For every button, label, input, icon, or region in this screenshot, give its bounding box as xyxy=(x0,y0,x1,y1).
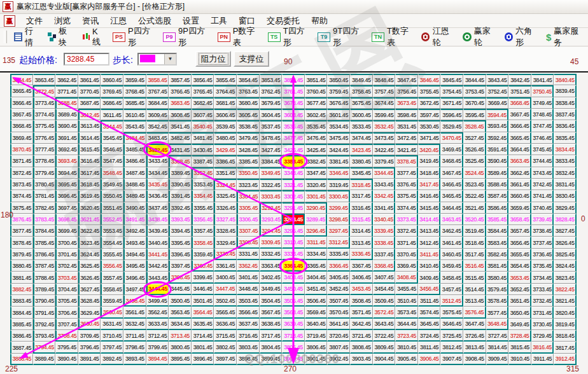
price-cell: 3345.45 xyxy=(350,167,373,179)
price-cell: 3373.45 xyxy=(395,214,418,225)
price-cell: 3319.45 xyxy=(327,179,350,190)
price-cell: 3766.45 xyxy=(169,85,192,97)
price-cell: 3382.45 xyxy=(305,155,328,167)
toolbar-button-3[interactable]: PSP四方形 xyxy=(109,24,159,50)
step-color-select[interactable]: ▼ xyxy=(137,53,177,66)
price-cell: 3492.45 xyxy=(123,225,146,237)
price-cell: 3831.45 xyxy=(554,179,577,190)
toolbar-button-10[interactable]: 赢家轮 xyxy=(459,24,500,50)
price-cell: 3409.45 xyxy=(418,272,441,283)
price-cell: 3880.45 xyxy=(10,260,33,272)
price-cell: 3910.45 xyxy=(508,354,531,365)
price-cell: 3851.45 xyxy=(305,74,328,85)
price-cell: 3313.45 xyxy=(350,237,373,248)
price-cell: 3577.45 xyxy=(486,307,509,318)
price-cell: 3452.45 xyxy=(327,284,350,295)
price-cell: 3325.45 xyxy=(214,190,237,202)
price-cell: 3293.45 xyxy=(260,214,283,225)
price-cell: 3521.45 xyxy=(463,202,486,214)
price-cell: 3410.45 xyxy=(418,260,441,272)
price-cell: 3341.45 xyxy=(373,202,396,214)
price-cell: 3561.45 xyxy=(123,307,146,318)
price-cell: 3350.45 xyxy=(237,167,260,179)
toolbar-button-8[interactable]: TNT数字表 xyxy=(368,24,417,50)
price-cell: 3621.45 xyxy=(78,214,101,225)
price-cell: 3404.45 xyxy=(305,272,328,283)
price-cell: 3320.45 xyxy=(305,179,328,190)
toolbar-button-12[interactable]: $赢家服务 xyxy=(542,24,588,50)
price-cell: 3683.45 xyxy=(169,97,192,109)
price-cell: 3890.45 xyxy=(55,354,78,365)
price-cell: 3636.45 xyxy=(214,319,237,330)
price-cell: 3441.45 xyxy=(146,249,169,260)
toolbar-button-5[interactable]: PNP数字表 xyxy=(214,24,264,50)
toolbar-button-label: T四方形 xyxy=(283,25,310,48)
price-cell: 3379.45 xyxy=(373,155,396,167)
toolbar-button-9[interactable]: 江恩轮 xyxy=(417,24,459,50)
resistance-button[interactable]: 阻力位 xyxy=(195,51,231,67)
price-cell: 3626.45 xyxy=(78,272,101,283)
price-cell: 3557.45 xyxy=(101,272,123,283)
price-cell: 3562.45 xyxy=(146,307,169,318)
price-cell: 3625.45 xyxy=(78,260,101,272)
price-cell: 3387.45 xyxy=(192,155,214,167)
price-cell: 3467.45 xyxy=(440,167,463,179)
price-cell: 3517.45 xyxy=(463,249,486,260)
price-cell: 3902.45 xyxy=(327,354,350,365)
support-button[interactable]: 支撑位 xyxy=(234,51,269,67)
price-cell: 3662.45 xyxy=(508,167,531,179)
price-cell: 3366.45 xyxy=(327,260,350,272)
title-bar: 赢 赢家江恩专业版[赢家内部服务平台] - [价格正方形] xyxy=(0,0,588,14)
price-cell: 3395.45 xyxy=(169,237,192,248)
price-cell: 3291.45 xyxy=(282,202,305,214)
price-cell: 3751.45 xyxy=(508,85,531,97)
price-cell: 3685.45 xyxy=(123,97,146,109)
price-cell: 3749.45 xyxy=(531,97,554,109)
price-cell: 3703.45 xyxy=(55,272,78,283)
price-cell: 3391.45 xyxy=(169,190,192,202)
toolbar-button-6[interactable]: TST四方形 xyxy=(264,24,314,50)
price-cell: 3747.45 xyxy=(531,120,554,132)
price-cell: 3504.45 xyxy=(260,295,283,307)
price-cell: 3368.45 xyxy=(373,260,396,272)
gann-wheel-icon xyxy=(421,32,430,41)
price-cell: 3820.45 xyxy=(554,307,577,318)
toolbar-button-label: K线 xyxy=(92,27,105,48)
toolbar-button-0[interactable]: 行情 xyxy=(10,24,44,50)
price-cell: 3698.45 xyxy=(55,214,78,225)
toolbar-button-2[interactable]: K线 xyxy=(78,25,109,49)
price-cell: 3680.45 xyxy=(237,97,260,109)
price-cell: 3591.45 xyxy=(486,144,509,155)
price-cell: 3509.45 xyxy=(373,295,396,307)
price-cell: 3785.45 xyxy=(33,237,56,248)
toolbar-button-4[interactable]: P99P四方形 xyxy=(159,24,214,50)
start-price-input[interactable] xyxy=(64,53,109,66)
price-cell: 3810.45 xyxy=(395,342,418,353)
toolbar-button-label: 9T四方形 xyxy=(333,25,364,48)
price-cell: 3614.45 xyxy=(78,132,101,144)
price-cell: 3361.45 xyxy=(214,260,237,272)
price-cell: 3729.45 xyxy=(531,330,554,342)
price-cell: 3432.45 xyxy=(146,144,169,155)
price-cell: 3728.45 xyxy=(508,330,531,342)
price-cell: 3861.45 xyxy=(78,74,101,85)
toolbar-button-1[interactable]: 板块 xyxy=(44,24,78,50)
tool-bar: 行情板块K线PSP四方形P99P四方形PNP数字表TST四方形T99T四方形TN… xyxy=(0,28,588,46)
price-cell: 3907.45 xyxy=(440,354,463,365)
toolbar-button-7[interactable]: T99T四方形 xyxy=(314,24,368,50)
price-cell: 3454.45 xyxy=(373,284,396,295)
price-cell: 3734.45 xyxy=(531,272,554,283)
price-cell: 3289.45 xyxy=(305,214,328,225)
angle-label-225: 225 xyxy=(5,364,18,373)
price-cell: 3393.45 xyxy=(169,214,192,225)
price-cell: 3814.45 xyxy=(486,342,509,353)
price-cell: 3657.45 xyxy=(508,225,531,237)
price-cell: 3340.45 xyxy=(373,214,396,225)
price-cell: 3819.45 xyxy=(554,319,577,330)
toolbar-button-label: 赢家服务 xyxy=(554,25,584,48)
price-cell: 3830.45 xyxy=(554,190,577,202)
toolbar-button-11[interactable]: 六角形 xyxy=(501,24,542,50)
price-cell: 3554.45 xyxy=(101,237,123,248)
chevron-down-icon[interactable]: ▼ xyxy=(164,54,176,64)
price-cell: 3584.45 xyxy=(486,225,509,237)
